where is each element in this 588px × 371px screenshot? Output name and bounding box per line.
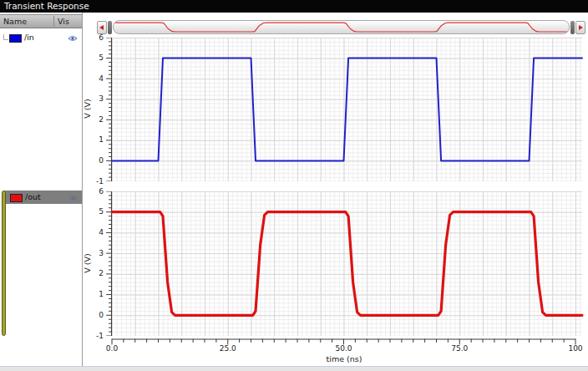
y-tick-label: 2 bbox=[85, 269, 104, 277]
selected-strip-marker bbox=[2, 191, 6, 336]
signal-color-swatch[interactable] bbox=[9, 34, 22, 43]
signal-color-swatch[interactable] bbox=[10, 194, 23, 202]
column-divider bbox=[53, 16, 54, 27]
y-tick-label: 5 bbox=[85, 207, 104, 216]
vis-column-header: Vis bbox=[58, 15, 69, 28]
waveform-path bbox=[107, 38, 112, 181]
y-axis-ruler bbox=[105, 191, 112, 336]
y-tick-label: 5 bbox=[85, 53, 104, 62]
waveform-window: Transient Response Name Vis /in /out bbox=[0, 0, 588, 371]
y-axis-labels: 6543210-1 bbox=[85, 191, 104, 336]
signal-row-out[interactable]: /out bbox=[4, 191, 82, 204]
waveform-path bbox=[114, 23, 569, 32]
waveform-path bbox=[112, 58, 582, 161]
panel-header: Name Vis bbox=[0, 14, 82, 28]
plot-in[interactable] bbox=[112, 38, 582, 181]
y-tick-label: 6 bbox=[85, 33, 104, 42]
left-arrow-icon bbox=[99, 25, 104, 30]
y-tick-label: 3 bbox=[85, 249, 104, 257]
y-tick-label: 3 bbox=[85, 94, 104, 103]
x-tick-label: 75.0 bbox=[445, 344, 474, 353]
scroll-handle-left[interactable] bbox=[108, 21, 112, 34]
x-tick-label: 100 bbox=[561, 344, 588, 353]
y-tick-label: 2 bbox=[85, 115, 104, 124]
waveform-path bbox=[107, 191, 112, 336]
signal-panel: Name Vis /in /out bbox=[0, 13, 83, 366]
y-axis-ruler bbox=[105, 38, 112, 181]
y-tick-label: 0 bbox=[85, 156, 104, 165]
scroll-handle-right[interactable] bbox=[570, 21, 575, 34]
waveform-path bbox=[112, 212, 582, 316]
eye-icon[interactable] bbox=[68, 34, 78, 43]
eye-icon[interactable] bbox=[68, 194, 79, 203]
overview-scrollbar[interactable] bbox=[113, 20, 570, 34]
signal-name[interactable]: /in bbox=[24, 33, 34, 42]
plot-area: V (V) 6543210-1 V (V) 6543210-1 0.025.05… bbox=[84, 13, 588, 366]
x-tick-label: 50.0 bbox=[330, 344, 358, 353]
y-tick-label: 0 bbox=[85, 311, 104, 319]
x-axis-title: time (ns) bbox=[112, 354, 576, 363]
y-tick-label: -1 bbox=[85, 332, 104, 340]
y-axis-labels: 6543210-1 bbox=[85, 38, 104, 181]
y-tick-label: 4 bbox=[85, 74, 104, 83]
right-arrow-icon bbox=[579, 25, 583, 30]
window-title: Transient Response bbox=[0, 0, 588, 13]
overview-waveform bbox=[114, 21, 569, 33]
signal-row-in[interactable]: /in bbox=[0, 31, 82, 44]
scroll-right-button[interactable] bbox=[575, 21, 585, 34]
waveform-in bbox=[112, 38, 582, 181]
signal-name[interactable]: /out bbox=[25, 192, 41, 201]
window-bottom-edge bbox=[0, 366, 588, 371]
x-tick-label: 0.0 bbox=[98, 344, 126, 353]
y-tick-label: 4 bbox=[85, 228, 104, 236]
name-column-header: Name bbox=[3, 15, 27, 28]
waveform-out bbox=[112, 191, 582, 336]
y-tick-label: 1 bbox=[85, 135, 104, 144]
y-tick-label: 1 bbox=[85, 290, 104, 298]
plot-out[interactable] bbox=[112, 191, 582, 336]
x-tick-label: 25.0 bbox=[214, 344, 242, 353]
tree-branch-icon bbox=[3, 34, 8, 40]
y-tick-label: 6 bbox=[85, 187, 104, 196]
y-tick-label: -1 bbox=[85, 177, 104, 186]
